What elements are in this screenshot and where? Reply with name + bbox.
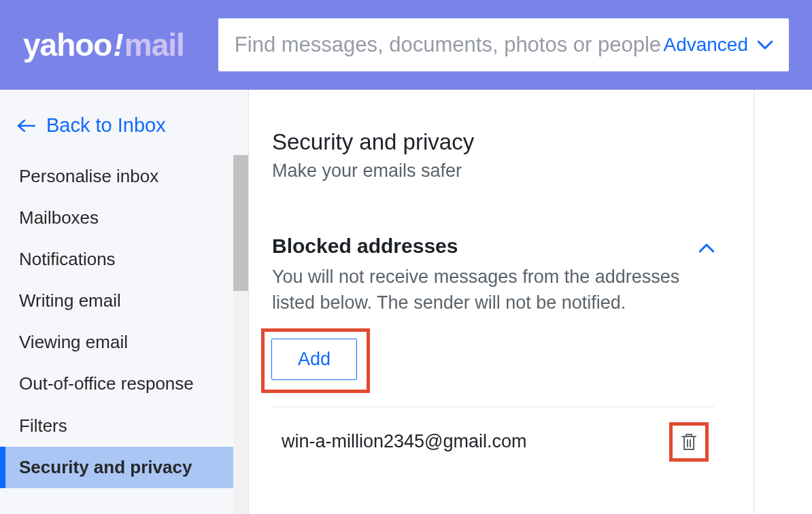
settings-sidebar: Back to Inbox Personalise inbox Mailboxe… [0,90,248,514]
scrollbar-thumb[interactable] [233,155,248,291]
blocked-row: win-a-million2345@gmail.com [272,407,714,477]
panel-divider [754,90,754,514]
sidebar-item-viewing[interactable]: Viewing email [0,322,248,363]
sidebar-scrollbar[interactable] [233,155,248,514]
advanced-label: Advanced [663,34,748,56]
main-panel: Security and privacy Make your emails sa… [248,90,812,514]
trash-icon [680,432,698,451]
chevron-down-icon [758,40,773,50]
add-blocked-button[interactable]: Add [271,339,357,380]
logo-yahoo-text: yahoo [23,27,112,63]
sidebar-item-personalise[interactable]: Personalise inbox [0,156,248,197]
delete-button-highlight [669,422,709,462]
back-label: Back to Inbox [46,114,166,137]
sidebar-item-writing[interactable]: Writing email [0,280,248,322]
sidebar-item-filters[interactable]: Filters [0,405,248,447]
chevron-up-icon [699,243,714,253]
sidebar-item-mailboxes[interactable]: Mailboxes [0,197,248,239]
back-to-inbox-link[interactable]: Back to Inbox [0,114,248,156]
app-header: yahoo!mail Advanced [0,0,812,90]
blocked-email: win-a-million2345@gmail.com [282,431,527,452]
search-input[interactable] [235,33,664,57]
sidebar-item-notifications[interactable]: Notifications [0,239,248,280]
blocked-heading: Blocked addresses [272,235,458,258]
content-area: Back to Inbox Personalise inbox Mailboxe… [0,90,812,514]
collapse-toggle[interactable] [699,243,714,256]
page-subtitle: Make your emails safer [272,160,789,182]
yahoo-mail-logo: yahoo!mail [23,27,184,63]
sidebar-nav-list: Personalise inbox Mailboxes Notification… [0,156,248,488]
logo-mail-text: mail [124,27,184,63]
arrow-left-icon [16,119,35,133]
blocked-section-header: Blocked addresses [272,235,789,264]
blocked-list: win-a-million2345@gmail.com [272,407,714,477]
advanced-search-link[interactable]: Advanced [663,34,773,56]
sidebar-item-outofoffice[interactable]: Out-of-office response [0,363,248,405]
delete-blocked-button[interactable] [677,430,701,454]
add-button-highlight: Add [261,328,370,393]
logo-exclamation: ! [113,27,122,63]
search-bar: Advanced [218,18,789,71]
page-title: Security and privacy [272,129,789,155]
blocked-description: You will not receive messages from the a… [272,264,789,316]
sidebar-item-security[interactable]: Security and privacy [0,447,248,488]
